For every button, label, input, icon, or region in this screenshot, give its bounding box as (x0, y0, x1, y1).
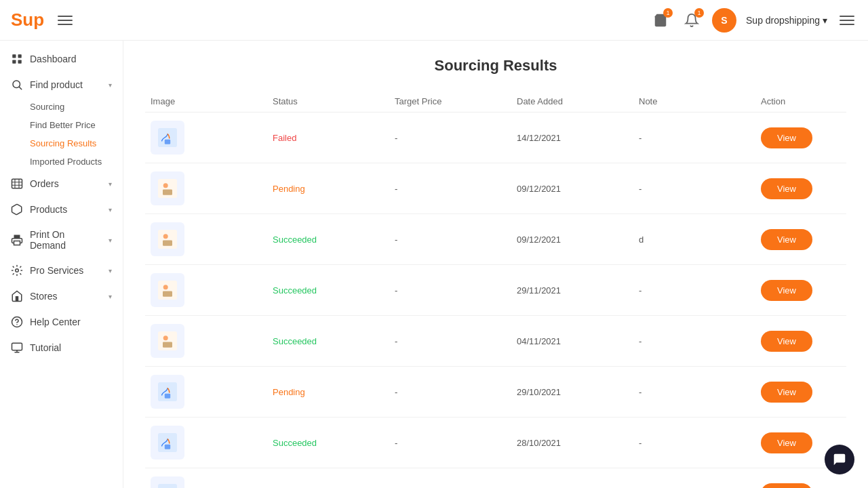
product-thumbnail (151, 273, 184, 307)
col-note: Note (633, 96, 755, 106)
product-thumbnail (151, 476, 184, 488)
sidebar-item-label: Orders (30, 178, 59, 189)
row-target-price: - (389, 438, 511, 448)
svg-rect-7 (14, 241, 20, 245)
product-thumbnail (151, 324, 184, 358)
chevron-down-icon: ▾ (108, 267, 112, 274)
col-image: Image (145, 96, 267, 106)
hamburger-menu-button[interactable] (837, 13, 857, 28)
notifications-button[interactable]: 1 (681, 9, 703, 31)
svg-point-5 (13, 81, 20, 88)
sidebar-sub-find-better-price[interactable]: Find Better Price (0, 116, 123, 134)
menu-toggle-button[interactable] (55, 13, 75, 28)
row-target-price: - (389, 133, 511, 143)
row-date-added: 29/11/2021 (511, 285, 633, 296)
svg-rect-30 (158, 484, 177, 488)
sidebar-item-stores[interactable]: Stores ▾ (0, 283, 123, 309)
svg-point-15 (163, 183, 168, 188)
view-button[interactable]: View (761, 483, 812, 489)
main-content: Sourcing Results Image Status Target Pri… (123, 41, 868, 488)
row-note: - (633, 336, 755, 346)
svg-rect-16 (163, 189, 172, 195)
chevron-down-icon: ▾ (108, 206, 112, 214)
avatar: S (712, 8, 736, 33)
row-image (145, 121, 267, 155)
table-header: Image Status Target Price Date Added Not… (145, 91, 846, 113)
view-button[interactable]: View (761, 280, 812, 301)
row-note: - (633, 387, 755, 397)
product-thumbnail (151, 222, 184, 256)
table-row: Pending - 09/12/2021 - View (145, 163, 846, 214)
svg-rect-11 (12, 343, 22, 350)
chevron-down-icon: ▾ (108, 293, 112, 300)
chevron-down-icon: ▾ (108, 180, 112, 188)
row-image (145, 273, 267, 307)
row-status: Succeeded (267, 336, 389, 346)
row-note: - (633, 184, 755, 194)
user-name-button[interactable]: Sup dropshipping ▾ (746, 15, 827, 26)
header-right: 1 1 S Sup dropshipping ▾ (650, 8, 857, 33)
chat-bubble-button[interactable] (825, 445, 854, 474)
sidebar-item-tutorial[interactable]: Tutorial (0, 335, 123, 361)
sidebar-item-help-center[interactable]: Help Center (0, 309, 123, 335)
sidebar-item-label: Help Center (30, 317, 81, 327)
logo: Sup (11, 9, 44, 30)
sidebar-item-print-on-demand[interactable]: Print On Demand ▾ (0, 222, 123, 258)
table-row: Failed - 22/10/2021 - View (145, 468, 846, 488)
view-button[interactable]: View (761, 382, 812, 403)
sidebar-sub-sourcing[interactable]: Sourcing (0, 98, 123, 116)
row-note: - (633, 285, 755, 296)
row-note: d (633, 235, 755, 245)
view-button[interactable]: View (761, 331, 812, 352)
table-row: Succeeded - 28/10/2021 - View (145, 418, 846, 468)
sidebar-item-products[interactable]: Products ▾ (0, 197, 123, 222)
sidebar-item-orders[interactable]: Orders ▾ (0, 171, 123, 197)
row-action: View (755, 178, 868, 199)
row-date-added: 04/11/2021 (511, 336, 633, 346)
sidebar-item-label: Pro Services (30, 265, 83, 276)
col-action: Action (755, 96, 868, 106)
row-image (145, 222, 267, 256)
svg-point-24 (163, 336, 168, 340)
row-action: View (755, 483, 868, 489)
sidebar-sub-sourcing-results[interactable]: Sourcing Results (0, 134, 123, 152)
cart-badge: 1 (663, 8, 673, 18)
row-image (145, 426, 267, 460)
cart-button[interactable]: 1 (650, 9, 671, 31)
sidebar-item-find-product[interactable]: Find product ▾ (0, 72, 123, 98)
sidebar-item-label: Dashboard (30, 54, 77, 64)
col-status: Status (267, 96, 389, 106)
svg-rect-22 (163, 291, 172, 296)
row-date-added: 14/12/2021 (511, 133, 633, 143)
sidebar-item-pro-services[interactable]: Pro Services ▾ (0, 258, 123, 283)
row-image (145, 171, 267, 205)
sidebar-item-label: Find product (30, 79, 83, 90)
notifications-badge: 1 (694, 8, 704, 18)
row-target-price: - (389, 387, 511, 397)
row-target-price: - (389, 336, 511, 346)
svg-rect-13 (165, 140, 170, 144)
product-thumbnail (151, 171, 184, 205)
view-button[interactable]: View (761, 127, 812, 148)
sidebar-item-dashboard[interactable]: Dashboard (0, 46, 123, 72)
row-image (145, 476, 267, 488)
table-row: Succeeded - 04/11/2021 - View (145, 316, 846, 367)
sidebar: Dashboard Find product ▾ Sourcing Find B… (0, 41, 123, 488)
row-target-price: - (389, 184, 511, 194)
row-note: - (633, 133, 755, 143)
row-action: View (755, 382, 868, 403)
table-body: Failed - 14/12/2021 - View Pending - 09/… (145, 113, 846, 488)
svg-point-8 (16, 269, 19, 272)
row-target-price: - (389, 285, 511, 296)
row-date-added: 09/12/2021 (511, 235, 633, 245)
product-thumbnail (151, 121, 184, 155)
sidebar-sub-imported-products[interactable]: Imported Products (0, 152, 123, 171)
view-button[interactable]: View (761, 178, 812, 199)
row-target-price: - (389, 235, 511, 245)
view-button[interactable]: View (761, 229, 812, 250)
svg-rect-1 (12, 54, 16, 58)
view-button[interactable]: View (761, 432, 812, 453)
svg-rect-3 (12, 60, 16, 64)
svg-rect-27 (165, 394, 170, 399)
product-thumbnail (151, 426, 184, 460)
